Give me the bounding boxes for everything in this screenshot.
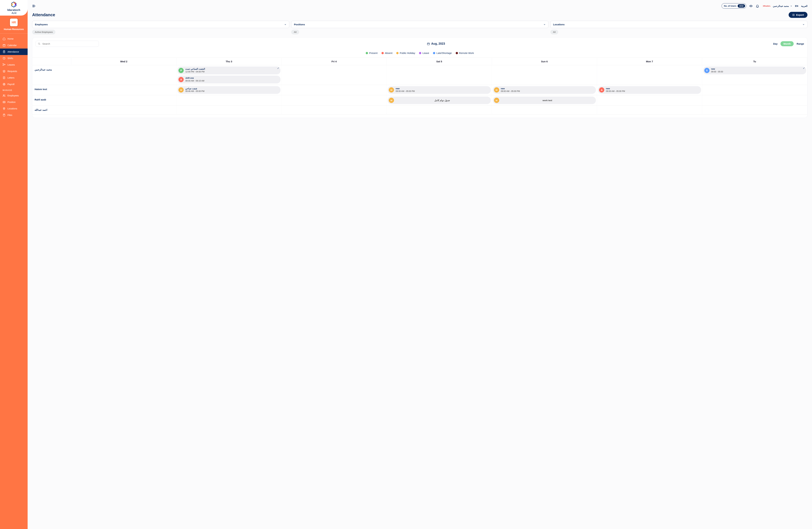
calendar-day-cell[interactable] bbox=[387, 65, 492, 85]
calendar-day-cell[interactable] bbox=[492, 105, 597, 114]
name-column-header bbox=[32, 58, 71, 65]
calendar-day-cell[interactable] bbox=[281, 95, 387, 105]
page-title: Attendance bbox=[32, 12, 55, 17]
lang-ar-button[interactable]: العربية bbox=[801, 5, 808, 7]
shift-chip[interactable]: Hwork test bbox=[493, 97, 596, 104]
nav-files[interactable]: Files bbox=[0, 112, 28, 118]
legend-remote: Remote Work bbox=[456, 52, 474, 54]
svg-rect-14 bbox=[3, 114, 5, 116]
nav-calendar[interactable]: Calendar bbox=[0, 42, 28, 48]
nav-requests[interactable]: Requests bbox=[0, 68, 28, 74]
calendar-day-cell[interactable]: Hwork test bbox=[492, 95, 597, 105]
shift-chip[interactable]: Snew09:00 - 05:00 bbox=[703, 67, 806, 74]
calendar-day-cell[interactable] bbox=[71, 85, 176, 95]
export-button[interactable]: Export bbox=[788, 12, 808, 18]
attendance-card: Aug, 2023 Day Month Range Present Absent… bbox=[32, 37, 808, 118]
calendar-day-cell[interactable] bbox=[176, 95, 281, 105]
calendar-day-cell[interactable] bbox=[492, 65, 597, 85]
users-chip[interactable]: No. of Users 4/10 bbox=[722, 3, 746, 9]
calendar-day-cell[interactable] bbox=[597, 65, 702, 85]
calendar-day-cell[interactable]: Hشفت صباحي09:46 AM - 05:00 PM bbox=[176, 85, 281, 95]
nav-home[interactable]: Home bbox=[0, 35, 28, 42]
nav-label: Attendance bbox=[8, 50, 19, 53]
edit-icon[interactable] bbox=[803, 67, 805, 69]
dot-icon bbox=[366, 52, 368, 54]
shift-chip[interactable]: Hnew09:00 AM - 05:00 PM bbox=[493, 86, 596, 94]
calendar-day-cell[interactable] bbox=[597, 105, 702, 114]
nav-label: Files bbox=[8, 114, 12, 116]
filter-locations[interactable]: Locations bbox=[550, 21, 808, 28]
employee-name[interactable]: Rahf azab bbox=[32, 95, 71, 105]
calendar-day-cell[interactable] bbox=[281, 65, 387, 85]
shift-title: جدول دوام كامل bbox=[396, 99, 489, 102]
filter-positions[interactable]: Positions bbox=[291, 21, 548, 28]
employee-name[interactable]: محمد عبدالرحمن bbox=[32, 65, 71, 85]
filter-employees[interactable]: Employees bbox=[32, 21, 289, 28]
view-range[interactable]: Range bbox=[797, 42, 804, 45]
date-label[interactable]: Aug, 2023 bbox=[102, 42, 771, 45]
calendar-scroll[interactable]: Wed 2Thu 3Fri 4Sat 5Sun 6Mon 7Tu محمد عب… bbox=[32, 58, 807, 115]
legend: Present Absent Public Holiday Leave Late… bbox=[32, 49, 807, 58]
legend-holiday: Public Holiday bbox=[396, 52, 415, 54]
shift-chip[interactable]: Anew09:00 AM - 05:00 PM bbox=[598, 86, 701, 94]
calendar-day-cell[interactable] bbox=[71, 95, 176, 105]
calendar-day-cell[interactable]: Hnew09:00 AM - 05:00 PM bbox=[387, 85, 492, 95]
calendar-day-cell[interactable]: Pالشفت الصباحي تست12:00 PM - 04:00 PMAsh… bbox=[176, 65, 281, 85]
chevron-down-icon bbox=[790, 5, 792, 7]
nav-payroll[interactable]: Payroll bbox=[0, 81, 28, 88]
calendar-day-header: Sat 5 bbox=[387, 58, 492, 65]
calendar-day-cell[interactable] bbox=[702, 95, 807, 105]
calendar-day-cell[interactable] bbox=[176, 105, 281, 114]
calendar-day-cell[interactable] bbox=[702, 85, 807, 95]
calendar-row: محمد عبدالرحمنPالشفت الصباحي تست12:00 PM… bbox=[32, 65, 807, 85]
employee-name[interactable]: احمد عبدالله bbox=[32, 105, 71, 114]
search-box[interactable] bbox=[35, 41, 99, 47]
calendar-day-cell[interactable] bbox=[702, 105, 807, 114]
nav-employees[interactable]: Employees bbox=[0, 92, 28, 99]
employee-name[interactable]: Hatem test bbox=[32, 85, 71, 95]
shift-chip[interactable]: Hnew09:00 AM - 05:00 PM bbox=[388, 86, 491, 94]
bell-icon[interactable] bbox=[756, 4, 759, 8]
shift-chip[interactable]: Pالشفت الصباحي تست12:00 PM - 04:00 PM bbox=[177, 67, 280, 74]
clipboard-icon bbox=[3, 50, 5, 53]
calendar-day-cell[interactable] bbox=[281, 105, 387, 114]
calendar-day-cell[interactable] bbox=[281, 85, 387, 95]
calendar-day-cell[interactable] bbox=[387, 105, 492, 114]
volume-icon[interactable] bbox=[749, 4, 753, 8]
calendar-day-cell[interactable]: Hnew09:00 AM - 05:00 PM bbox=[492, 85, 597, 95]
nav-locations[interactable]: Locations bbox=[0, 105, 28, 112]
svg-rect-17 bbox=[427, 43, 430, 45]
filter-positions-chip[interactable]: All bbox=[291, 30, 299, 34]
calendar-day-cell[interactable]: Hجدول دوام كامل bbox=[387, 95, 492, 105]
menu-toggle-icon[interactable] bbox=[32, 4, 36, 8]
nav-shifts[interactable]: Shifts bbox=[0, 55, 28, 61]
dot-icon bbox=[419, 52, 421, 54]
filter-locations-chip[interactable]: All bbox=[550, 30, 558, 34]
calendar-body: محمد عبدالرحمنPالشفت الصباحي تست12:00 PM… bbox=[32, 65, 807, 115]
calendar-row: Rahf azabHجدول دوام كاملHwork test bbox=[32, 95, 807, 105]
status-avatar: S bbox=[704, 68, 710, 73]
view-month[interactable]: Month bbox=[781, 41, 794, 46]
shift-chip[interactable]: Hشفت صباحي09:46 AM - 05:00 PM bbox=[177, 86, 280, 94]
nav-leaves[interactable]: Leaves bbox=[0, 61, 28, 68]
filter-employees-chip[interactable]: Active Employees bbox=[32, 30, 55, 34]
calendar-day-cell[interactable] bbox=[71, 105, 176, 114]
file-icon bbox=[3, 76, 5, 79]
status-avatar: P bbox=[178, 68, 184, 73]
dot-icon bbox=[433, 52, 435, 54]
lang-en-button[interactable]: EN bbox=[795, 5, 798, 7]
calendar-day-cell[interactable]: Anew09:00 AM - 05:00 PM bbox=[597, 85, 702, 95]
shift-chip[interactable]: Hجدول دوام كامل bbox=[388, 97, 491, 104]
nav-attendance[interactable]: Attendance bbox=[0, 48, 28, 55]
calendar-day-cell[interactable] bbox=[597, 95, 702, 105]
calendar-day-cell[interactable] bbox=[71, 65, 176, 85]
nav-letters[interactable]: Letters bbox=[0, 74, 28, 81]
calendar-icon bbox=[427, 42, 430, 45]
shift-chip[interactable]: Ashift one09:00 AM - 09:15 AM bbox=[177, 76, 280, 84]
edit-icon[interactable] bbox=[277, 67, 279, 69]
search-input[interactable] bbox=[42, 42, 97, 45]
profile-menu[interactable]: HRmatters. محمد عبدالرحمن bbox=[762, 5, 792, 7]
view-day[interactable]: Day bbox=[773, 42, 778, 45]
calendar-day-cell[interactable]: Snew09:00 - 05:00 bbox=[702, 65, 807, 85]
nav-position[interactable]: Position bbox=[0, 99, 28, 105]
